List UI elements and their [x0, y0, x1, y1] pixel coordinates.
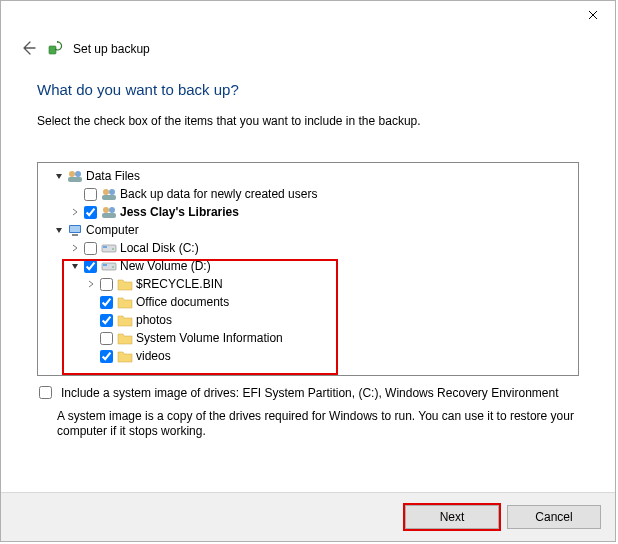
tree-label: System Volume Information	[136, 329, 283, 347]
svg-point-1	[69, 171, 75, 177]
tree-label: New Volume (D:)	[120, 257, 211, 275]
chevron-right-icon	[71, 208, 79, 216]
svg-point-8	[109, 207, 115, 213]
backup-icon	[47, 40, 63, 59]
tree-node-data-files[interactable]: Data Files	[38, 167, 578, 185]
include-system-image-option: Include a system image of drives: EFI Sy…	[37, 386, 579, 401]
group-icon	[67, 168, 83, 184]
svg-rect-14	[103, 246, 107, 248]
svg-point-2	[75, 171, 81, 177]
titlebar	[1, 1, 615, 31]
expander-open[interactable]	[52, 169, 66, 183]
tree-label: photos	[136, 311, 172, 329]
tree-node-photos[interactable]: photos	[38, 311, 578, 329]
instruction-text: Select the check box of the items that y…	[37, 114, 579, 128]
tree-label: Office documents	[136, 293, 229, 311]
include-system-image-label: Include a system image of drives: EFI Sy…	[61, 386, 559, 401]
chevron-right-icon	[87, 280, 95, 288]
items-tree: Data Files Back up data for newly create…	[37, 162, 579, 376]
arrow-left-icon	[19, 39, 37, 57]
next-button-label: Next	[440, 510, 465, 524]
folder-icon	[117, 330, 133, 346]
folder-icon	[117, 348, 133, 364]
folder-icon	[117, 276, 133, 292]
expander-open[interactable]	[68, 259, 82, 273]
tree-node-office-documents[interactable]: Office documents	[38, 293, 578, 311]
checkbox-system-volume-info[interactable]	[100, 332, 113, 345]
svg-rect-3	[68, 177, 82, 182]
checkbox-videos[interactable]	[100, 350, 113, 363]
window-title: Set up backup	[73, 42, 150, 56]
chevron-right-icon	[71, 244, 79, 252]
checkbox-new-users[interactable]	[84, 188, 97, 201]
next-button[interactable]: Next	[405, 505, 499, 529]
checkbox-local-disk-c[interactable]	[84, 242, 97, 255]
drive-icon	[101, 258, 117, 274]
folder-icon	[117, 312, 133, 328]
chevron-down-icon	[55, 172, 63, 180]
svg-rect-12	[72, 234, 78, 236]
checkbox-include-system-image[interactable]	[39, 386, 52, 399]
footer: Next Cancel	[1, 492, 615, 541]
tree-node-computer[interactable]: Computer	[38, 221, 578, 239]
svg-point-4	[103, 189, 109, 195]
tree-node-new-users[interactable]: Back up data for newly created users	[38, 185, 578, 203]
backup-wizard-window: Set up backup What do you want to back u…	[0, 0, 616, 542]
tree-label: Data Files	[86, 167, 140, 185]
close-button[interactable]	[570, 1, 615, 29]
cancel-button[interactable]: Cancel	[507, 505, 601, 529]
chevron-down-icon	[55, 226, 63, 234]
options-area: Include a system image of drives: EFI Sy…	[37, 386, 579, 439]
drive-icon	[101, 240, 117, 256]
tree-label: Jess Clay's Libraries	[120, 203, 239, 221]
system-image-note: A system image is a copy of the drives r…	[57, 409, 579, 439]
svg-rect-0	[49, 46, 56, 54]
svg-point-5	[109, 189, 115, 195]
cancel-button-label: Cancel	[535, 510, 572, 524]
tree-node-recycle-bin[interactable]: $RECYCLE.BIN	[38, 275, 578, 293]
group-icon	[101, 186, 117, 202]
expander-open[interactable]	[52, 223, 66, 237]
checkbox-new-volume-d[interactable]	[84, 260, 97, 273]
back-button[interactable]	[19, 39, 37, 60]
tree-node-system-volume-info[interactable]: System Volume Information	[38, 329, 578, 347]
tree-label: $RECYCLE.BIN	[136, 275, 223, 293]
tree-node-videos[interactable]: videos	[38, 347, 578, 365]
tree-label: Back up data for newly created users	[120, 185, 317, 203]
checkbox-office-documents[interactable]	[100, 296, 113, 309]
svg-rect-11	[70, 226, 80, 232]
svg-rect-9	[102, 213, 116, 218]
checkbox-photos[interactable]	[100, 314, 113, 327]
header-row: Set up backup	[19, 39, 597, 59]
close-icon	[588, 10, 598, 20]
svg-point-7	[103, 207, 109, 213]
tree-node-local-disk-c[interactable]: Local Disk (C:)	[38, 239, 578, 257]
expander-closed[interactable]	[84, 277, 98, 291]
tree-node-jess-libraries[interactable]: Jess Clay's Libraries	[38, 203, 578, 221]
expander-closed[interactable]	[68, 241, 82, 255]
checkbox-jess-libraries[interactable]	[84, 206, 97, 219]
expander-closed[interactable]	[68, 205, 82, 219]
svg-point-15	[112, 248, 114, 250]
content-area: What do you want to back up? Select the …	[37, 81, 579, 483]
chevron-down-icon	[71, 262, 79, 270]
group-icon	[101, 204, 117, 220]
folder-icon	[117, 294, 133, 310]
page-heading: What do you want to back up?	[37, 81, 579, 98]
checkbox-recycle-bin[interactable]	[100, 278, 113, 291]
svg-point-18	[112, 266, 114, 268]
svg-rect-6	[102, 195, 116, 200]
tree-node-new-volume-d[interactable]: New Volume (D:)	[38, 257, 578, 275]
svg-rect-17	[103, 264, 107, 266]
computer-icon	[67, 222, 83, 238]
tree-label: Computer	[86, 221, 139, 239]
tree-label: Local Disk (C:)	[120, 239, 199, 257]
tree-label: videos	[136, 347, 171, 365]
